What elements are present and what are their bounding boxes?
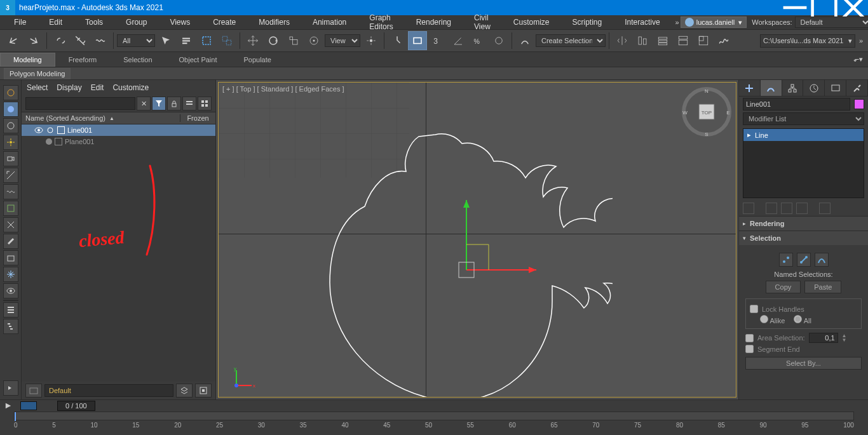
menu-scripting[interactable]: Scripting [561, 17, 614, 28]
expand-panel-icon[interactable] [3, 380, 18, 396]
menu-overflow-icon[interactable]: » [675, 18, 681, 26]
user-account-button[interactable]: lucas.daniell ▾ [681, 17, 747, 28]
rollout-rendering-header[interactable]: ▸Rendering [739, 217, 868, 231]
layer-dropdown[interactable]: Default [44, 384, 173, 397]
object-color-swatch[interactable] [854, 99, 864, 109]
spinner-arrows-icon[interactable]: ▲▼ [842, 333, 847, 342]
ribbon-tab-freeform[interactable]: Freeform [55, 53, 111, 67]
ribbon-group-polymodeling[interactable]: Polygon Modeling [4, 68, 71, 79]
placement-button[interactable] [304, 31, 323, 50]
view-options2-button[interactable] [198, 97, 212, 110]
area-selection-checkbox[interactable]: Area Selection: ▲▼ [745, 333, 862, 343]
visibility-icon[interactable] [34, 126, 43, 135]
hierarchy-list-icon[interactable] [3, 319, 18, 334]
lock-handles-checkbox[interactable]: Lock Handles [750, 305, 857, 313]
ribbon-tab-modeling[interactable]: Modeling [0, 53, 55, 67]
rollout-selection-header[interactable]: ▾Selection [739, 231, 868, 245]
all-radio[interactable]: All [794, 315, 811, 325]
ribbon-tab-selection[interactable]: Selection [110, 53, 165, 67]
tab-modify[interactable] [761, 80, 782, 96]
menu-civilview[interactable]: Civil View [463, 12, 502, 32]
make-unique-button[interactable] [781, 203, 792, 214]
snaps-toggle[interactable]: 3 [428, 31, 447, 50]
ribbon-link-toggle[interactable]: ⬐▾ [848, 55, 868, 64]
menu-grapheditors[interactable]: Graph Editors [358, 12, 404, 32]
viewport-label[interactable]: [ + ] [ Top ] [ Standard ] [ Edged Faces… [222, 85, 344, 93]
display-containers-icon[interactable] [3, 250, 18, 265]
unlink-button[interactable] [71, 31, 90, 50]
named-selection-dropdown[interactable]: Create Selection Se [536, 34, 606, 47]
layer-tool1-button[interactable] [176, 384, 193, 398]
area-selection-spinner[interactable] [809, 333, 838, 343]
layer-tool2-button[interactable] [195, 384, 212, 398]
tab-motion[interactable] [803, 80, 825, 96]
edit-named-sel-button[interactable] [515, 31, 534, 50]
schematic-view-button[interactable] [714, 31, 733, 50]
minimize-button[interactable] [780, 0, 810, 15]
pin-stack-button[interactable] [743, 203, 754, 214]
scene-row-plane001[interactable]: Plane001 [22, 136, 215, 147]
viewport-top[interactable]: [ + ] [ Top ] [ Standard ] [ Edged Faces… [218, 82, 736, 398]
display-cameras-icon[interactable] [3, 151, 18, 166]
spline-mode-button[interactable] [815, 253, 829, 267]
spinner-snap-toggle[interactable] [489, 31, 508, 50]
object-name-input[interactable] [743, 98, 850, 110]
percent-snap-toggle[interactable]: % [469, 31, 488, 50]
time-ruler[interactable]: 0 5 10 15 20 25 30 35 40 45 50 55 60 65 … [14, 412, 854, 435]
tab-hierarchy[interactable] [782, 80, 804, 96]
paste-selection-button[interactable]: Paste [804, 281, 841, 293]
selection-filter-dropdown[interactable]: All [117, 34, 155, 47]
keyboard-shortcut-toggle[interactable] [408, 31, 427, 50]
se-menu-edit[interactable]: Edit [91, 83, 104, 92]
curve-editor-button[interactable] [694, 31, 713, 50]
viewcube[interactable]: TOP N S W E [681, 86, 732, 137]
angle-snap-toggle[interactable] [449, 31, 468, 50]
configure-sets-button[interactable] [819, 203, 831, 214]
menu-file[interactable]: File [3, 17, 37, 28]
rotate-button[interactable] [264, 31, 283, 50]
scene-tree[interactable]: Line001 Plane001 closed [22, 124, 215, 382]
freeze-icon[interactable] [46, 126, 55, 135]
mirror-button[interactable] [613, 31, 632, 50]
vertex-mode-button[interactable] [779, 253, 793, 267]
se-menu-display[interactable]: Display [57, 83, 81, 92]
window-crossing-button[interactable] [217, 31, 236, 50]
move-button[interactable] [243, 31, 262, 50]
display-groups-icon[interactable] [3, 201, 18, 216]
tab-display[interactable] [825, 80, 846, 96]
view-options-button[interactable] [182, 97, 196, 110]
tab-utilities[interactable] [846, 80, 868, 96]
display-helpers-icon[interactable] [3, 168, 18, 183]
copy-selection-button[interactable]: Copy [766, 281, 801, 293]
select-by-button[interactable]: Select By... [745, 357, 862, 370]
menu-views[interactable]: Views [158, 17, 201, 28]
workspace-dropdown[interactable]: Default [795, 17, 868, 28]
segment-mode-button[interactable] [797, 253, 811, 267]
link-button[interactable] [50, 31, 69, 50]
menu-tools[interactable]: Tools [74, 17, 114, 28]
col-frozen-header[interactable]: Frozen [180, 114, 215, 122]
ref-coord-dropdown[interactable]: View [325, 34, 360, 47]
display-bone-icon[interactable] [3, 234, 18, 249]
ribbon-tab-populate[interactable]: Populate [230, 53, 284, 67]
project-path-field[interactable]: C:\Users\lu...ds Max 2021▾ [760, 34, 855, 48]
modifier-stack[interactable]: ▸ Line [743, 128, 864, 198]
transform-gizmo[interactable] [454, 187, 543, 283]
remove-modifier-button[interactable] [796, 203, 808, 214]
clear-search-button[interactable]: ✕ [137, 97, 151, 110]
segment-end-checkbox[interactable]: Segment End [745, 345, 862, 353]
se-menu-select[interactable]: Select [27, 83, 48, 92]
align-button[interactable] [633, 31, 652, 50]
scene-search-input[interactable] [25, 97, 135, 110]
menu-group[interactable]: Group [114, 17, 158, 28]
close-button[interactable] [839, 0, 868, 15]
select-object-button[interactable] [156, 31, 175, 50]
rect-region-button[interactable] [197, 31, 216, 50]
redo-button[interactable] [24, 31, 43, 50]
undo-button[interactable] [4, 31, 23, 50]
display-geometry-icon[interactable] [3, 102, 18, 117]
tab-create[interactable] [739, 80, 761, 96]
display-xrefs-icon[interactable] [3, 217, 18, 232]
select-by-name-button[interactable] [177, 31, 196, 50]
menu-modifiers[interactable]: Modifiers [247, 17, 301, 28]
